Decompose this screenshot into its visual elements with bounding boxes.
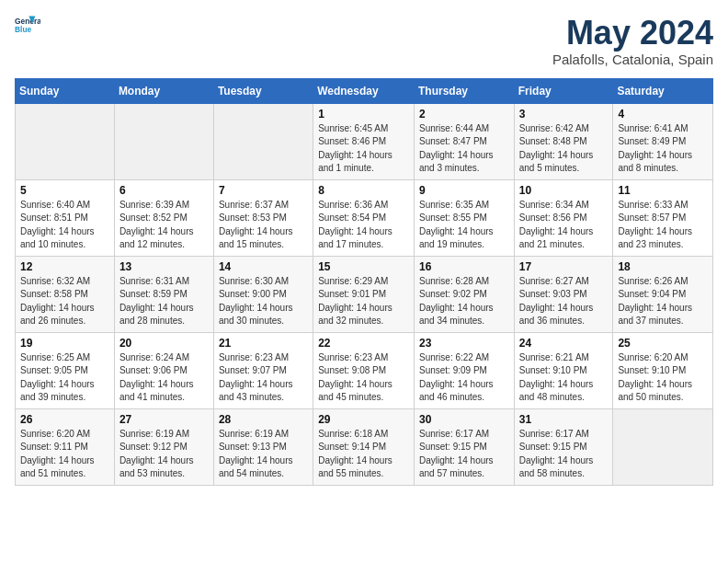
calendar-cell: 19Sunrise: 6:25 AM Sunset: 9:05 PM Dayli… [16,332,115,408]
calendar-cell: 28Sunrise: 6:19 AM Sunset: 9:13 PM Dayli… [213,408,313,485]
day-number: 10 [519,184,609,197]
day-info: Sunrise: 6:29 AM Sunset: 9:01 PM Dayligh… [318,275,409,328]
calendar-cell: 8Sunrise: 6:36 AM Sunset: 8:54 PM Daylig… [313,179,415,256]
day-number: 31 [519,413,609,426]
calendar-cell: 11Sunrise: 6:33 AM Sunset: 8:57 PM Dayli… [613,179,713,256]
day-number: 28 [219,413,308,426]
day-number: 2 [419,108,509,121]
calendar-cell: 20Sunrise: 6:24 AM Sunset: 9:06 PM Dayli… [114,332,213,408]
day-info: Sunrise: 6:35 AM Sunset: 8:55 PM Dayligh… [419,199,509,252]
calendar-cell: 5Sunrise: 6:40 AM Sunset: 8:51 PM Daylig… [16,179,115,256]
day-info: Sunrise: 6:45 AM Sunset: 8:46 PM Dayligh… [318,122,409,176]
day-number: 23 [419,337,509,350]
day-number: 12 [20,260,109,273]
day-number: 5 [20,184,109,197]
calendar-cell: 30Sunrise: 6:17 AM Sunset: 9:15 PM Dayli… [414,408,514,485]
day-number: 26 [20,413,109,426]
calendar-cell: 6Sunrise: 6:39 AM Sunset: 8:52 PM Daylig… [114,179,213,256]
day-number: 27 [119,413,209,426]
day-number: 17 [519,260,609,273]
day-info: Sunrise: 6:28 AM Sunset: 9:02 PM Dayligh… [419,275,509,328]
calendar-cell: 1Sunrise: 6:45 AM Sunset: 8:46 PM Daylig… [313,103,415,179]
day-number: 24 [519,337,609,350]
day-info: Sunrise: 6:25 AM Sunset: 9:05 PM Dayligh… [20,351,109,405]
day-header-monday: Monday [114,78,213,103]
day-info: Sunrise: 6:24 AM Sunset: 9:06 PM Dayligh… [119,351,209,405]
calendar-table: SundayMondayTuesdayWednesdayThursdayFrid… [15,78,713,486]
day-number: 3 [519,108,609,121]
page-header: General Blue May 2024 Palafolls, Catalon… [15,15,713,67]
day-header-saturday: Saturday [613,78,713,103]
day-info: Sunrise: 6:42 AM Sunset: 8:48 PM Dayligh… [519,122,609,176]
day-number: 29 [318,413,409,426]
calendar-cell: 7Sunrise: 6:37 AM Sunset: 8:53 PM Daylig… [213,179,313,256]
day-number: 1 [318,108,409,121]
calendar-cell: 9Sunrise: 6:35 AM Sunset: 8:55 PM Daylig… [414,179,514,256]
day-info: Sunrise: 6:23 AM Sunset: 9:08 PM Dayligh… [318,351,409,405]
calendar-cell [213,103,313,179]
calendar-cell [613,408,713,485]
logo: General Blue [15,15,40,40]
calendar-cell: 2Sunrise: 6:44 AM Sunset: 8:47 PM Daylig… [414,103,514,179]
calendar-cell: 24Sunrise: 6:21 AM Sunset: 9:10 PM Dayli… [514,332,613,408]
calendar-cell: 26Sunrise: 6:20 AM Sunset: 9:11 PM Dayli… [16,408,115,485]
calendar-week-row: 26Sunrise: 6:20 AM Sunset: 9:11 PM Dayli… [16,408,713,485]
day-number: 22 [318,337,409,350]
day-info: Sunrise: 6:21 AM Sunset: 9:10 PM Dayligh… [519,351,609,405]
day-info: Sunrise: 6:20 AM Sunset: 9:10 PM Dayligh… [618,351,708,405]
day-info: Sunrise: 6:19 AM Sunset: 9:12 PM Dayligh… [119,428,209,481]
calendar-week-row: 12Sunrise: 6:32 AM Sunset: 8:58 PM Dayli… [16,256,713,332]
day-info: Sunrise: 6:23 AM Sunset: 9:07 PM Dayligh… [219,351,308,405]
calendar-week-row: 19Sunrise: 6:25 AM Sunset: 9:05 PM Dayli… [16,332,713,408]
day-number: 15 [318,260,409,273]
day-info: Sunrise: 6:17 AM Sunset: 9:15 PM Dayligh… [519,428,609,481]
day-number: 9 [419,184,509,197]
calendar-cell: 17Sunrise: 6:27 AM Sunset: 9:03 PM Dayli… [514,256,613,332]
day-number: 20 [119,337,209,350]
day-info: Sunrise: 6:27 AM Sunset: 9:03 PM Dayligh… [519,275,609,328]
day-number: 18 [618,260,708,273]
day-number: 30 [419,413,509,426]
day-number: 16 [419,260,509,273]
location-subtitle: Palafolls, Catalonia, Spain [552,52,713,67]
day-info: Sunrise: 6:30 AM Sunset: 9:00 PM Dayligh… [219,275,308,328]
calendar-cell: 12Sunrise: 6:32 AM Sunset: 8:58 PM Dayli… [16,256,115,332]
calendar-cell: 16Sunrise: 6:28 AM Sunset: 9:02 PM Dayli… [414,256,514,332]
calendar-cell: 14Sunrise: 6:30 AM Sunset: 9:00 PM Dayli… [213,256,313,332]
day-number: 14 [219,260,308,273]
calendar-cell: 21Sunrise: 6:23 AM Sunset: 9:07 PM Dayli… [213,332,313,408]
calendar-cell: 23Sunrise: 6:22 AM Sunset: 9:09 PM Dayli… [414,332,514,408]
day-number: 19 [20,337,109,350]
month-title: May 2024 [552,15,713,52]
day-header-thursday: Thursday [414,78,514,103]
day-number: 8 [318,184,409,197]
day-info: Sunrise: 6:17 AM Sunset: 9:15 PM Dayligh… [419,428,509,481]
day-number: 6 [119,184,209,197]
day-info: Sunrise: 6:40 AM Sunset: 8:51 PM Dayligh… [20,199,109,252]
calendar-cell: 25Sunrise: 6:20 AM Sunset: 9:10 PM Dayli… [613,332,713,408]
calendar-cell: 3Sunrise: 6:42 AM Sunset: 8:48 PM Daylig… [514,103,613,179]
day-number: 7 [219,184,308,197]
day-info: Sunrise: 6:44 AM Sunset: 8:47 PM Dayligh… [419,122,509,176]
calendar-cell: 4Sunrise: 6:41 AM Sunset: 8:49 PM Daylig… [613,103,713,179]
day-header-friday: Friday [514,78,613,103]
day-info: Sunrise: 6:34 AM Sunset: 8:56 PM Dayligh… [519,199,609,252]
day-info: Sunrise: 6:36 AM Sunset: 8:54 PM Dayligh… [318,199,409,252]
calendar-cell: 22Sunrise: 6:23 AM Sunset: 9:08 PM Dayli… [313,332,415,408]
day-number: 13 [119,260,209,273]
calendar-cell: 27Sunrise: 6:19 AM Sunset: 9:12 PM Dayli… [114,408,213,485]
day-info: Sunrise: 6:41 AM Sunset: 8:49 PM Dayligh… [618,122,708,176]
calendar-cell: 13Sunrise: 6:31 AM Sunset: 8:59 PM Dayli… [114,256,213,332]
calendar-cell: 29Sunrise: 6:18 AM Sunset: 9:14 PM Dayli… [313,408,415,485]
day-info: Sunrise: 6:39 AM Sunset: 8:52 PM Dayligh… [119,199,209,252]
day-header-tuesday: Tuesday [213,78,313,103]
logo-icon: General Blue [15,15,40,40]
day-info: Sunrise: 6:18 AM Sunset: 9:14 PM Dayligh… [318,428,409,481]
calendar-week-row: 5Sunrise: 6:40 AM Sunset: 8:51 PM Daylig… [16,179,713,256]
day-info: Sunrise: 6:22 AM Sunset: 9:09 PM Dayligh… [419,351,509,405]
day-info: Sunrise: 6:19 AM Sunset: 9:13 PM Dayligh… [219,428,308,481]
day-header-sunday: Sunday [16,78,115,103]
day-info: Sunrise: 6:20 AM Sunset: 9:11 PM Dayligh… [20,428,109,481]
title-block: May 2024 Palafolls, Catalonia, Spain [552,15,713,67]
calendar-cell [114,103,213,179]
